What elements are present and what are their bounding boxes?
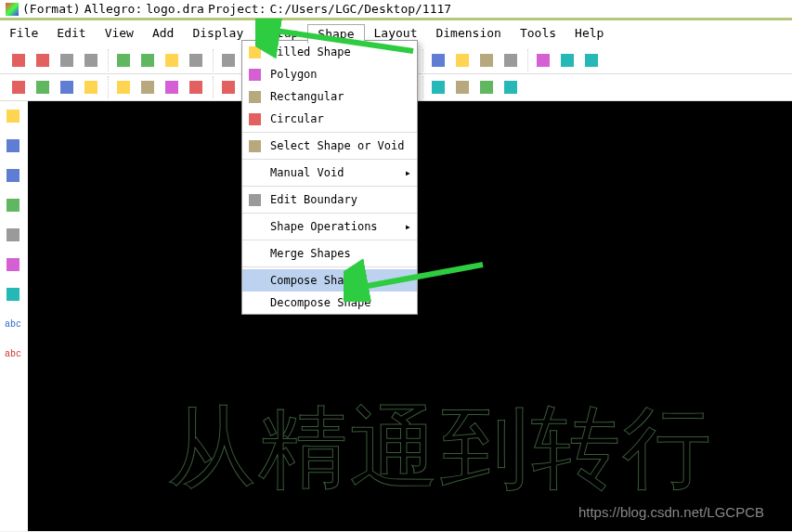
ground-icon	[6, 227, 20, 242]
menu-view[interactable]: View	[96, 24, 143, 44]
menu-edit[interactable]: Edit	[47, 24, 95, 44]
tl-bot-button[interactable]	[185, 76, 207, 98]
menu-item-label: Edit Boundary	[270, 193, 357, 206]
step-tool[interactable]	[2, 164, 24, 187]
layer-r1-button[interactable]	[112, 76, 135, 98]
menu-item-label: Manual Void	[270, 166, 344, 179]
poly-tool[interactable]	[2, 135, 24, 157]
svg-rect-8	[222, 54, 235, 67]
title-prefix: (Format)	[22, 2, 81, 16]
watermark: https://blog.csdn.net/LGCPCB	[578, 504, 764, 520]
shape-menu-dropdown[interactable]: Filled ShapePolygonRectangularCircularSe…	[241, 40, 418, 315]
svg-rect-1	[36, 54, 49, 67]
grid-2-button[interactable]	[451, 49, 474, 71]
svg-rect-39	[432, 81, 445, 94]
layer-g3-icon	[59, 80, 74, 95]
grid-1-icon	[431, 53, 446, 68]
menu-file[interactable]: File	[0, 24, 47, 44]
layer-g4-button[interactable]	[80, 76, 102, 98]
help-button[interactable]	[500, 76, 522, 98]
svg-rect-22	[585, 54, 598, 67]
shape-menu-filled-shape[interactable]: Filled Shape	[242, 41, 417, 63]
copy-button[interactable]	[112, 49, 135, 71]
rect-tool-tool[interactable]	[2, 283, 24, 305]
layer-r2-button[interactable]	[136, 76, 159, 98]
next-icon	[188, 53, 203, 68]
menu-separator	[242, 266, 417, 267]
menu-item-label: Merge Shapes	[270, 247, 351, 260]
abc-tool[interactable]: abc	[2, 313, 24, 335]
shape-menu-select-shape-or-void[interactable]: Select Shape or Void	[242, 135, 417, 157]
lock-icon	[584, 53, 599, 68]
layer-g1-button[interactable]	[7, 76, 30, 98]
polygon-icon	[248, 68, 261, 81]
lock-button[interactable]	[580, 49, 603, 71]
wave-tool[interactable]	[2, 194, 24, 216]
svg-rect-0	[12, 54, 25, 67]
line-tool[interactable]	[2, 253, 24, 276]
new-button[interactable]	[7, 49, 30, 71]
shape-menu-shape-operations[interactable]: Shape Operations	[242, 215, 417, 238]
shape-menu-decompose-shape[interactable]: Decompose Shape	[242, 292, 417, 314]
menu-help[interactable]: Help	[565, 24, 613, 44]
svg-rect-2	[60, 54, 73, 67]
panel-3-button[interactable]	[532, 49, 554, 71]
prev-button[interactable]	[161, 49, 183, 71]
svg-rect-46	[6, 199, 19, 212]
select-shape-icon	[248, 139, 261, 152]
panel-2-button[interactable]	[500, 49, 522, 71]
next-button[interactable]	[185, 49, 207, 71]
abc-plus-tool[interactable]: abc	[2, 343, 24, 365]
svg-rect-28	[141, 81, 154, 94]
settings-button[interactable]	[556, 49, 578, 71]
path-tool[interactable]	[2, 105, 24, 127]
canvas-text-outline: 从精通到转行	[167, 389, 713, 510]
svg-rect-44	[6, 139, 19, 152]
open-button[interactable]	[32, 49, 54, 71]
menu-tools[interactable]: Tools	[511, 24, 565, 44]
rotate-icon	[221, 53, 236, 68]
svg-rect-54	[249, 140, 261, 152]
svg-rect-21	[561, 54, 574, 67]
step-icon	[6, 168, 20, 183]
menu-separator	[242, 240, 417, 240]
title-file: logo.dra	[146, 2, 204, 16]
shape-menu-rectangular[interactable]: Rectangular	[242, 85, 417, 108]
layer-g2-button[interactable]	[32, 76, 54, 98]
svg-rect-53	[249, 113, 261, 125]
svg-rect-26	[84, 81, 97, 94]
shape-menu-polygon[interactable]: Polygon	[242, 63, 417, 85]
shape-menu-circular[interactable]: Circular	[242, 108, 417, 130]
svg-rect-25	[60, 81, 73, 94]
mail-button[interactable]	[475, 76, 498, 98]
shape-menu-manual-void[interactable]: Manual Void	[242, 162, 417, 184]
edit-boundary-icon	[248, 193, 261, 206]
svg-rect-31	[222, 81, 235, 94]
menu-shape[interactable]: Shape	[307, 24, 364, 44]
ground-tool[interactable]	[2, 224, 24, 246]
layer-g3-button[interactable]	[56, 76, 78, 98]
swap-button[interactable]	[136, 49, 159, 71]
shape-menu-merge-shapes[interactable]: Merge Shapes	[242, 242, 417, 265]
move-button[interactable]	[80, 49, 102, 71]
wave-icon	[6, 198, 20, 213]
shape-menu-compose-shape[interactable]: Compose Shape	[242, 269, 417, 292]
rotate-button[interactable]	[217, 49, 240, 71]
save-button[interactable]	[56, 49, 78, 71]
open-icon	[35, 53, 50, 68]
svg-rect-41	[480, 81, 493, 94]
grid-1-button[interactable]	[427, 49, 449, 71]
layer-r2-icon	[140, 80, 155, 95]
tl-top-button[interactable]	[161, 76, 183, 98]
menu-dimension[interactable]: Dimension	[426, 24, 510, 44]
poly-icon	[6, 138, 20, 153]
tl-rgt-button[interactable]	[217, 76, 240, 98]
menu-item-label: Rectangular	[270, 90, 344, 103]
svg-rect-20	[537, 54, 550, 67]
menu-add[interactable]: Add	[143, 24, 183, 44]
doc-button[interactable]	[451, 76, 474, 98]
panel-1-button[interactable]	[475, 49, 498, 71]
camera-button[interactable]	[427, 76, 449, 98]
shape-menu-edit-boundary[interactable]: Edit Boundary	[242, 188, 417, 211]
svg-rect-27	[117, 81, 130, 94]
